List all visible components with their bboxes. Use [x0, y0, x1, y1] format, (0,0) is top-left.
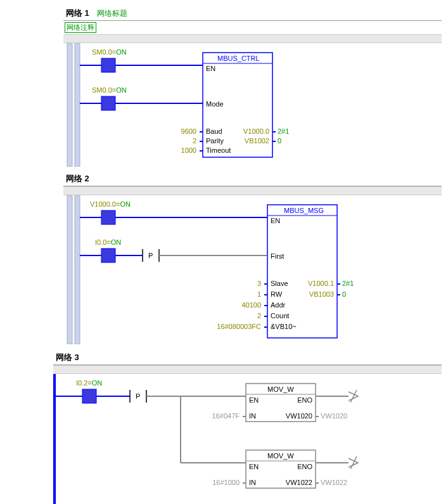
n1-out0-pin: V1000.0 — [243, 127, 269, 135]
n3-b1-eno: ENO — [297, 463, 312, 470]
n2-addr-v: 40100 — [241, 301, 261, 309]
n2-slave: Slave — [271, 280, 288, 287]
n3-b1-in-v: 16#1000 — [212, 479, 240, 486]
n2-block-title: MBUS_MSG — [284, 207, 324, 214]
n2-count: Count — [271, 312, 289, 320]
n3-b1-out-pin: VW1022 — [286, 479, 312, 486]
svg-text:I0.0=ON: I0.0=ON — [95, 238, 121, 246]
svg-rect-35 — [53, 374, 56, 504]
network-3-graybar — [53, 365, 442, 374]
n1-out1-pin: VB1002 — [245, 137, 269, 145]
n1-out1-val: 0 — [278, 137, 281, 145]
n2-r2-label: I0.0= — [95, 238, 111, 246]
svg-rect-18 — [101, 210, 115, 224]
n2-addr: Addr — [271, 301, 286, 309]
n1-block-title: MBUS_CTRL — [217, 55, 260, 62]
n1-out0-val: 2#1 — [278, 127, 289, 135]
n1-parity: Parity — [206, 137, 224, 145]
n1-r1-state: ON — [116, 48, 127, 56]
n3-b1-out-val: VW1022 — [321, 479, 347, 486]
n1-timeout: Timeout — [206, 146, 231, 154]
network-3-header: 网络 3 — [53, 351, 442, 365]
n3-r1-state: ON — [92, 379, 103, 387]
n2-count-v: 2 — [257, 312, 261, 320]
n2-out0-val: 2#1 — [342, 280, 354, 287]
n3-b0-in: IN — [249, 412, 256, 420]
network-3-diagram: I0.2=ON P MOV_W EN ENO 16#047F IN VW1020… — [6, 374, 448, 504]
n3-r1-edge: P — [136, 392, 140, 400]
network-1-label: 网络 1 — [66, 8, 89, 19]
n1-baud-v: 9600 — [181, 127, 196, 135]
network-2-header: 网络 2 — [63, 172, 442, 186]
n1-baud: Baud — [206, 127, 222, 135]
n2-r2-state: ON — [111, 238, 122, 246]
svg-rect-21 — [101, 249, 115, 262]
n3-b1-in: IN — [249, 479, 256, 486]
n3-b0-en: EN — [249, 396, 259, 404]
network-1-header: 网络 1 网络标题 — [63, 6, 442, 21]
n1-r2-state: ON — [116, 86, 127, 94]
n1-r1-label: SM0.0= — [92, 48, 116, 56]
svg-rect-0 — [67, 43, 72, 167]
n1-timeout-v: 1000 — [181, 146, 196, 154]
svg-line-56 — [350, 456, 357, 469]
n2-rw: RW — [271, 290, 283, 298]
network-3-label: 网络 3 — [56, 352, 79, 363]
n1-in-en: EN — [206, 65, 215, 72]
svg-rect-3 — [101, 58, 115, 72]
n3-b0-in-v: 16#047F — [212, 412, 240, 420]
n3-b0-out-pin: VW1020 — [286, 412, 312, 420]
network-1-graybar — [63, 34, 442, 43]
svg-rect-15 — [67, 195, 72, 344]
n3-b1-en: EN — [249, 463, 259, 470]
n3-b0-eno: ENO — [297, 396, 312, 404]
n1-parity-v: 2 — [193, 137, 196, 145]
n2-r1-state: ON — [120, 200, 131, 208]
network-2-diagram: V1000.0=ON I0.0=ON P MBUS_MSG EN First 3… — [6, 195, 437, 344]
svg-line-50 — [350, 390, 357, 403]
n2-ptr: &VB10~ — [271, 323, 297, 330]
svg-rect-37 — [82, 389, 96, 403]
svg-text:V1000.0=ON: V1000.0=ON — [90, 200, 131, 208]
n2-in-first: First — [271, 252, 284, 260]
n2-out1-pin: VB1003 — [309, 290, 334, 298]
network-1-title-link[interactable]: 网络标题 — [97, 8, 127, 19]
n3-r1-label: I0.2= — [76, 379, 92, 387]
n2-rw-v: 1 — [257, 290, 261, 298]
svg-rect-1 — [75, 43, 80, 167]
n2-r2-edge: P — [148, 252, 153, 259]
n2-out1-val: 0 — [342, 290, 346, 298]
network-1-diagram: SM0.0=ON SM0.0=ON MBUS_CTRL EN Mode 9600… — [6, 43, 437, 167]
svg-text:SM0.0=ON: SM0.0=ON — [92, 86, 127, 94]
svg-text:SM0.0=ON: SM0.0=ON — [92, 48, 127, 56]
n2-in-en: EN — [271, 217, 280, 224]
n1-r2-label: SM0.0= — [92, 86, 116, 94]
n2-out0-pin: V1000.1 — [308, 280, 334, 287]
network-1-comment[interactable]: 网络注释 — [65, 22, 96, 33]
n3-b1-title: MOV_W — [267, 452, 294, 460]
n2-slave-v: 3 — [257, 280, 261, 287]
n1-in-mode: Mode — [206, 100, 224, 108]
svg-rect-16 — [75, 195, 80, 344]
n3-b0-out-val: VW1020 — [321, 412, 347, 420]
n3-b0-title: MOV_W — [267, 385, 294, 393]
svg-text:I0.2=ON: I0.2=ON — [76, 379, 102, 387]
n2-ptr-v: 16#080003FC — [217, 323, 261, 330]
svg-rect-6 — [101, 96, 115, 110]
network-2-label: 网络 2 — [66, 173, 89, 184]
n2-r1-label: V1000.0= — [90, 200, 120, 208]
network-2-graybar — [63, 186, 442, 195]
